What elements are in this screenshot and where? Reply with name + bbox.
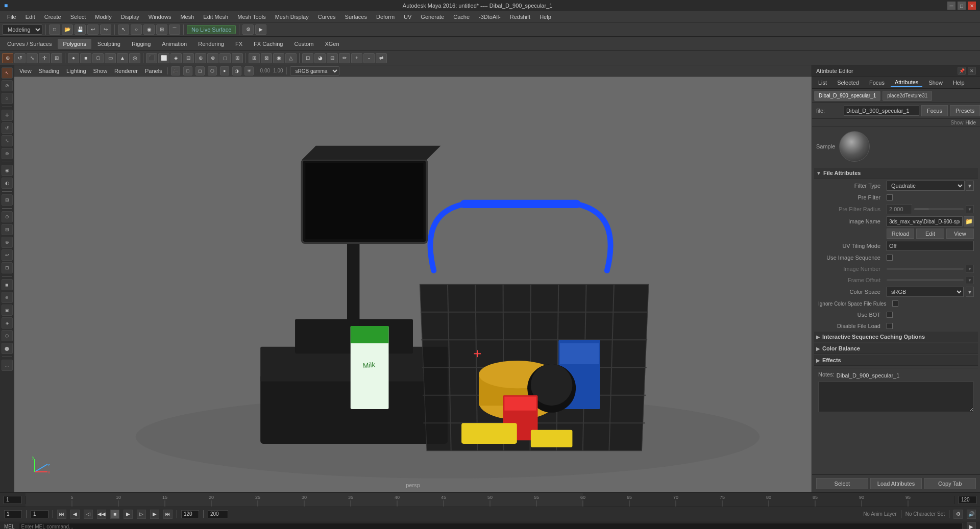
attr-pin-btn[interactable]: 📌 [958, 67, 966, 75]
cam-orbit-btn[interactable]: ⊙ [2, 211, 13, 222]
timeline-end-input[interactable] [959, 496, 976, 504]
focus-btn[interactable]: Focus [921, 105, 948, 116]
viewport-canvas[interactable]: Milk [14, 77, 812, 492]
menu-mesh[interactable]: Mesh [176, 13, 198, 21]
attr-tab-selected[interactable]: Selected [833, 79, 863, 87]
poly-cube[interactable]: ■ [80, 53, 91, 63]
merge-tool[interactable]: ⊕ [195, 53, 206, 63]
minimize-button[interactable]: ─ [947, 2, 955, 10]
maximize-button[interactable]: □ [958, 2, 966, 10]
range-start-input[interactable] [31, 510, 48, 518]
menu-generate[interactable]: Generate [416, 13, 448, 21]
tab-sculpting[interactable]: Sculpting [92, 39, 126, 49]
mel-input[interactable] [19, 523, 963, 530]
soft-select[interactable]: ◕ [314, 53, 326, 63]
prev-frame-btn[interactable]: ◀ [70, 510, 80, 519]
menu-uv[interactable]: UV [400, 13, 415, 21]
grow-sel[interactable]: + [351, 53, 362, 63]
timeline-start-input[interactable] [4, 496, 21, 504]
current-frame-input[interactable] [4, 510, 22, 518]
menu-mesh-tools[interactable]: Mesh Tools [233, 13, 270, 21]
tab-xgen[interactable]: XGen [320, 39, 344, 49]
pre-filter-checkbox[interactable] [887, 194, 893, 200]
skip-start-btn[interactable]: ⏮ [57, 510, 66, 519]
tab-animation[interactable]: Animation [157, 39, 192, 49]
misc-btn[interactable]: … [2, 360, 13, 371]
smooth-mesh[interactable]: ◉ [273, 53, 284, 63]
image-number-slider[interactable] [887, 268, 964, 270]
open-file-button[interactable]: 📂 [62, 24, 73, 35]
select-components[interactable]: ⊡ [302, 53, 313, 63]
vp-menu-renderer[interactable]: Renderer [112, 67, 140, 74]
snap-curve[interactable]: ⌒ [169, 24, 180, 35]
fill-hole[interactable]: ◻ [219, 53, 231, 63]
vp-menu-lighting[interactable]: Lighting [64, 67, 88, 74]
lasso-mode-btn[interactable]: ⊘ [2, 80, 13, 91]
sym-select[interactable]: ⊟ [327, 53, 338, 63]
use-image-seq-checkbox[interactable] [887, 255, 893, 261]
soft-deform-btn[interactable]: ◉ [2, 165, 13, 176]
redo-button[interactable]: ↪ [100, 24, 111, 35]
filter-type-menu-btn[interactable]: ▼ [966, 181, 974, 191]
settings-btn[interactable]: ⚙ [953, 510, 963, 519]
mode-dropdown[interactable]: Modeling [2, 24, 42, 35]
sculpt-btn[interactable]: ◐ [2, 178, 13, 189]
attr-tab-list[interactable]: List [814, 79, 831, 87]
show-manip-btn[interactable]: ⊞ [2, 194, 13, 206]
paint-mode-btn[interactable]: ○ [2, 93, 13, 104]
effects-section[interactable]: ▶ Effects [814, 355, 978, 366]
attr-tab-focus[interactable]: Focus [865, 79, 889, 87]
color-space-dropdown[interactable]: sRGB [887, 287, 964, 297]
select-mode-btn[interactable]: ↖ [2, 67, 13, 79]
vp-wire-btn[interactable]: ⬡ [208, 66, 217, 75]
vp-shade-btn[interactable]: ● [220, 66, 229, 75]
menu-create[interactable]: Create [40, 13, 65, 21]
quick-sel-5[interactable]: ⬡ [2, 330, 13, 341]
tab-fx[interactable]: FX [230, 39, 248, 49]
poly-torus[interactable]: ◎ [129, 53, 140, 63]
extrude-tool[interactable]: ⬛ [146, 53, 157, 63]
stop-btn[interactable]: ■ [110, 510, 119, 519]
poly-plane[interactable]: ▭ [105, 53, 116, 63]
mel-run-btn[interactable]: ▶ [967, 522, 976, 530]
node-tab-place2d[interactable]: place2dTexture31 [883, 91, 932, 101]
attr-tab-help[interactable]: Help [949, 79, 969, 87]
image-name-input[interactable] [887, 216, 963, 226]
scale-mode-btn[interactable]: ⤡ [2, 135, 13, 146]
universal-mode-btn[interactable]: ⊕ [2, 148, 13, 159]
tab-custom[interactable]: Custom [289, 39, 319, 49]
attr-tab-attributes[interactable]: Attributes [891, 78, 922, 87]
lasso-tool[interactable]: ○ [131, 24, 142, 35]
notes-textarea[interactable] [818, 382, 974, 412]
image-browse-btn[interactable]: 📁 [964, 216, 974, 226]
presets-btn[interactable]: Presets [950, 105, 980, 116]
save-file-button[interactable]: 💾 [75, 24, 86, 35]
file-attrs-section-header[interactable]: ▼ File Attributes [814, 168, 978, 179]
menu-file[interactable]: File [3, 13, 20, 21]
filter-type-dropdown[interactable]: Quadratic [887, 181, 965, 191]
file-name-input[interactable] [844, 106, 919, 116]
select-footer-btn[interactable]: Select [816, 478, 868, 489]
view-btn[interactable]: View [946, 229, 974, 239]
move-mode-btn[interactable]: ✛ [2, 110, 13, 121]
edit-btn[interactable]: Edit [916, 229, 944, 239]
new-file-button[interactable]: □ [49, 24, 60, 35]
skip-end-btn[interactable]: ⏭ [163, 510, 173, 519]
reload-btn[interactable]: Reload [887, 229, 914, 239]
attr-tab-show[interactable]: Show [924, 79, 947, 87]
cam-roll-btn[interactable]: ↩ [2, 249, 13, 261]
poly-sphere[interactable]: ● [68, 53, 79, 63]
undo-button[interactable]: ↩ [87, 24, 99, 35]
menu-deform[interactable]: Deform [372, 13, 399, 21]
loop-cut[interactable]: ⊟ [183, 53, 194, 63]
menu-modify[interactable]: Modify [91, 13, 115, 21]
pre-filter-radius-menu[interactable]: ▼ [966, 205, 974, 213]
quick-sel-6[interactable]: ⬤ [2, 343, 13, 354]
menu-display[interactable]: Display [117, 13, 143, 21]
range-end-input[interactable] [181, 510, 199, 518]
uv-tiling-input[interactable] [887, 241, 974, 251]
rotate-mode-btn[interactable]: ↺ [2, 122, 13, 134]
menu-edit-mesh[interactable]: Edit Mesh [199, 13, 232, 21]
menu-edit[interactable]: Edit [21, 13, 39, 21]
render-settings[interactable]: ⚙ [242, 24, 254, 35]
